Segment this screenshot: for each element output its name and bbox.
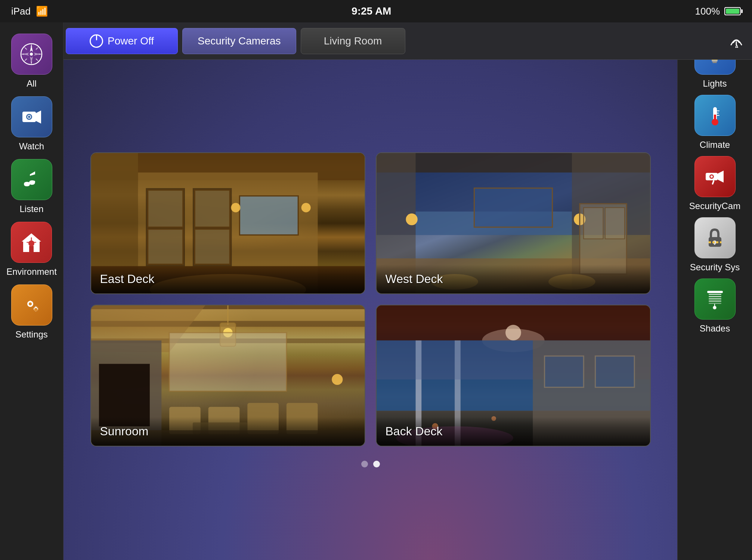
svg-marker-4 [36,111,41,124]
svg-point-7 [28,116,30,118]
listen-label: Listen [19,204,43,214]
shades-label: Shades [700,323,730,334]
climate-label: Climate [700,140,730,150]
svg-point-11 [34,308,37,311]
compass-icon [19,42,44,66]
sidebar-item-shades[interactable]: Shades [694,279,736,334]
sidebar-item-watch[interactable]: Watch [11,96,52,152]
svg-rect-59 [474,188,552,227]
svg-rect-28 [709,296,721,297]
camera-card-west-deck[interactable]: West Deck [376,152,651,294]
power-btn-label: Power Off [108,35,154,47]
svg-rect-86 [595,356,634,388]
svg-point-44 [231,203,240,212]
svg-rect-21 [712,180,715,185]
svg-point-8 [28,240,34,246]
all-icon-bg [11,34,52,75]
east-deck-overlay: East Deck [91,265,365,293]
camera-card-east-deck[interactable]: East Deck [90,152,365,294]
settings-label: Settings [15,329,48,340]
thermometer-icon [703,103,727,128]
svg-rect-29 [709,298,721,299]
status-left: iPad 📶 [11,6,48,17]
gear-icon [19,293,44,317]
sidebar-item-security-sys[interactable]: Security Sys [690,217,740,273]
signal-icon: A [728,31,745,50]
east-deck-label: East Deck [100,272,155,286]
svg-rect-39 [148,229,183,264]
power-icon [90,34,103,48]
cameras-btn-label: Security Cameras [198,35,281,47]
svg-point-70 [332,374,343,385]
lights-label: Lights [703,78,727,89]
svg-rect-58 [605,208,624,239]
svg-rect-57 [584,208,603,239]
svg-point-2 [30,53,33,56]
sidebar-item-settings[interactable]: Settings [11,284,52,340]
status-right: 100% [695,6,741,17]
svg-rect-27 [709,294,721,295]
security-sys-icon-bg [694,217,736,258]
settings-icon-bg [11,284,52,326]
svg-rect-41 [195,190,230,227]
sidebar-item-listen[interactable]: Listen [11,159,52,214]
svg-rect-33 [714,304,715,308]
svg-rect-31 [709,303,721,304]
shades-blind-icon [703,287,727,311]
sidebar-item-climate[interactable]: Climate [694,95,736,150]
environment-icon-bg [11,222,52,263]
svg-point-54 [406,214,417,225]
camera-movie-icon [19,105,44,129]
sunroom-label: Sunroom [100,424,149,438]
svg-point-10 [29,302,32,305]
svg-text:A: A [735,44,739,48]
back-deck-label: Back Deck [386,424,443,438]
power-off-button[interactable]: Power Off [66,28,178,54]
sidebar-item-security-cam[interactable]: SecurityCam [689,156,740,211]
nav-bar: Power Off Security Cameras Living Room A [64,22,752,60]
living-room-button[interactable]: Living Room [301,28,405,54]
watch-icon-bg [11,96,52,137]
security-cameras-button[interactable]: Security Cameras [182,28,296,54]
left-sidebar: All Watch Listen [0,22,64,560]
sunroom-overlay: Sunroom [91,417,365,446]
svg-rect-13 [712,62,717,63]
page-dots [361,461,380,467]
battery-fill [726,9,739,14]
page-dot-1[interactable] [361,461,368,467]
shades-icon-bg [694,279,736,320]
svg-rect-71 [169,333,287,391]
svg-point-80 [505,325,521,340]
battery-percent: 100% [695,6,720,17]
west-deck-overlay: West Deck [377,265,650,293]
camera-card-sunroom[interactable]: Sunroom [90,305,365,447]
main-content: East Deck [64,60,677,560]
camera-grid: East Deck [90,152,651,447]
svg-rect-38 [148,190,183,227]
svg-rect-26 [707,291,723,293]
sidebar-item-all[interactable]: All [11,34,52,89]
climate-icon-bg [694,95,736,136]
svg-rect-30 [709,301,721,302]
svg-rect-85 [544,356,584,388]
page-dot-2[interactable] [373,461,380,467]
lock-icon [703,226,727,250]
camera-card-back-deck[interactable]: Back Deck [376,305,651,447]
living-room-btn-label: Living Room [324,35,382,47]
svg-point-20 [711,175,713,178]
svg-rect-42 [195,229,230,264]
security-cam-icon-bg [694,156,736,197]
status-bar: iPad 📶 9:25 AM 100% [0,0,752,22]
security-sys-label: Security Sys [690,262,740,273]
right-sidebar: Lights Climate SecurityCam [677,22,752,560]
listen-icon-bg [11,159,52,200]
music-note-icon [19,168,44,192]
security-cam-label: SecurityCam [689,201,740,211]
environment-label: Environment [6,267,57,277]
house-icon [19,230,44,255]
sidebar-item-environment[interactable]: Environment [6,222,57,277]
security-camera-icon [703,165,727,189]
west-deck-label: West Deck [386,272,443,286]
battery-indicator [724,7,741,15]
svg-rect-16 [714,115,716,121]
